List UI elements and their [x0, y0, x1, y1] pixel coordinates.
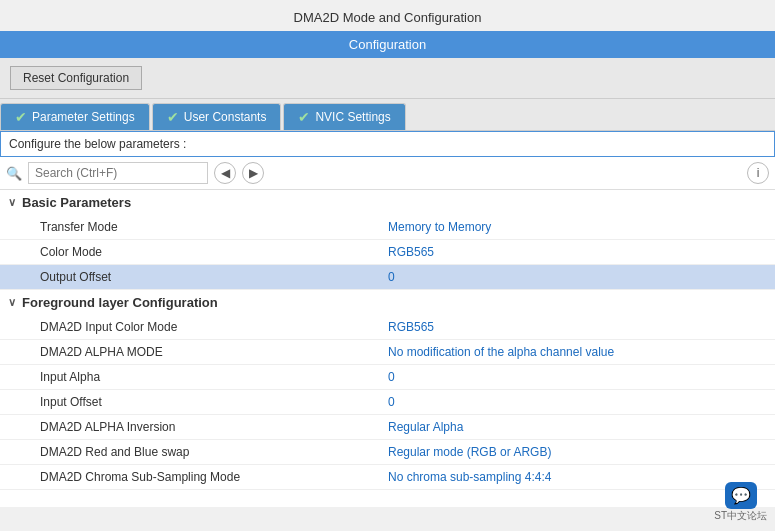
tab-check-0: ✔ — [15, 109, 27, 125]
param-name-alpha-inversion: DMA2D ALPHA Inversion — [0, 415, 380, 439]
param-row-input-alpha: Input Alpha 0 — [0, 365, 775, 390]
param-value-input-offset: 0 — [380, 390, 775, 414]
param-value-color-mode: RGB565 — [380, 240, 775, 264]
tab-label-0: Parameter Settings — [32, 110, 135, 124]
section-header-basic[interactable]: ∨ Basic Parameters — [0, 190, 775, 215]
param-name-input-color-mode: DMA2D Input Color Mode — [0, 315, 380, 339]
param-value-alpha-mode: No modification of the alpha channel val… — [380, 340, 775, 364]
tab-check-1: ✔ — [167, 109, 179, 125]
param-name-red-blue-swap: DMA2D Red and Blue swap — [0, 440, 380, 464]
param-name-chroma-subsampling: DMA2D Chroma Sub-Sampling Mode — [0, 465, 380, 489]
chat-bubble-icon: 💬 — [725, 482, 757, 509]
search-input[interactable] — [28, 162, 208, 184]
config-note: Configure the below parameters : — [0, 131, 775, 157]
param-value-transfer-mode: Memory to Memory — [380, 215, 775, 239]
nav-back-button[interactable]: ◀ — [214, 162, 236, 184]
tab-nvic-settings[interactable]: ✔ NVIC Settings — [283, 103, 405, 130]
section-header-foreground[interactable]: ∨ Foreground layer Configuration — [0, 290, 775, 315]
param-value-alpha-inversion: Regular Alpha — [380, 415, 775, 439]
config-header: Configuration — [0, 31, 775, 58]
tab-label-2: NVIC Settings — [315, 110, 390, 124]
section-arrow-basic: ∨ — [8, 196, 16, 209]
param-value-input-alpha: 0 — [380, 365, 775, 389]
tab-user-constants[interactable]: ✔ User Constants — [152, 103, 282, 130]
watermark-label: ST中文论坛 — [714, 510, 767, 521]
param-name-input-offset: Input Offset — [0, 390, 380, 414]
param-row-input-offset: Input Offset 0 — [0, 390, 775, 415]
param-row-alpha-mode: DMA2D ALPHA MODE No modification of the … — [0, 340, 775, 365]
main-content: Configure the below parameters : 🔍 ◀ ▶ i… — [0, 131, 775, 507]
nav-forward-button[interactable]: ▶ — [242, 162, 264, 184]
param-row-output-offset[interactable]: Output Offset 0 — [0, 265, 775, 290]
param-row-alpha-inversion: DMA2D ALPHA Inversion Regular Alpha — [0, 415, 775, 440]
reset-button[interactable]: Reset Configuration — [10, 66, 142, 90]
watermark: 💬 ST中文论坛 — [714, 482, 767, 523]
tab-label-1: User Constants — [184, 110, 267, 124]
param-name-alpha-mode: DMA2D ALPHA MODE — [0, 340, 380, 364]
param-row-chroma-subsampling: DMA2D Chroma Sub-Sampling Mode No chroma… — [0, 465, 775, 490]
param-row-color-mode: Color Mode RGB565 — [0, 240, 775, 265]
param-row-input-color-mode: DMA2D Input Color Mode RGB565 — [0, 315, 775, 340]
param-value-red-blue-swap: Regular mode (RGB or ARGB) — [380, 440, 775, 464]
param-name-input-alpha: Input Alpha — [0, 365, 380, 389]
param-value-input-color-mode: RGB565 — [380, 315, 775, 339]
section-label-foreground: Foreground layer Configuration — [22, 295, 218, 310]
info-button[interactable]: i — [747, 162, 769, 184]
tab-parameter-settings[interactable]: ✔ Parameter Settings — [0, 103, 150, 130]
section-label-basic: Basic Parameters — [22, 195, 131, 210]
section-arrow-foreground: ∨ — [8, 296, 16, 309]
param-row-red-blue-swap: DMA2D Red and Blue swap Regular mode (RG… — [0, 440, 775, 465]
search-row: 🔍 ◀ ▶ i — [0, 157, 775, 190]
section-foreground-layer: ∨ Foreground layer Configuration DMA2D I… — [0, 290, 775, 490]
param-name-output-offset: Output Offset — [0, 265, 380, 289]
tab-check-2: ✔ — [298, 109, 310, 125]
reset-bar: Reset Configuration — [0, 58, 775, 99]
search-icon: 🔍 — [6, 166, 22, 181]
param-value-output-offset: 0 — [380, 265, 775, 289]
param-name-color-mode: Color Mode — [0, 240, 380, 264]
top-title: DMA2D Mode and Configuration — [0, 0, 775, 31]
param-row-transfer-mode: Transfer Mode Memory to Memory — [0, 215, 775, 240]
param-name-transfer-mode: Transfer Mode — [0, 215, 380, 239]
tabs-row: ✔ Parameter Settings ✔ User Constants ✔ … — [0, 99, 775, 131]
section-basic-parameters: ∨ Basic Parameters Transfer Mode Memory … — [0, 190, 775, 290]
